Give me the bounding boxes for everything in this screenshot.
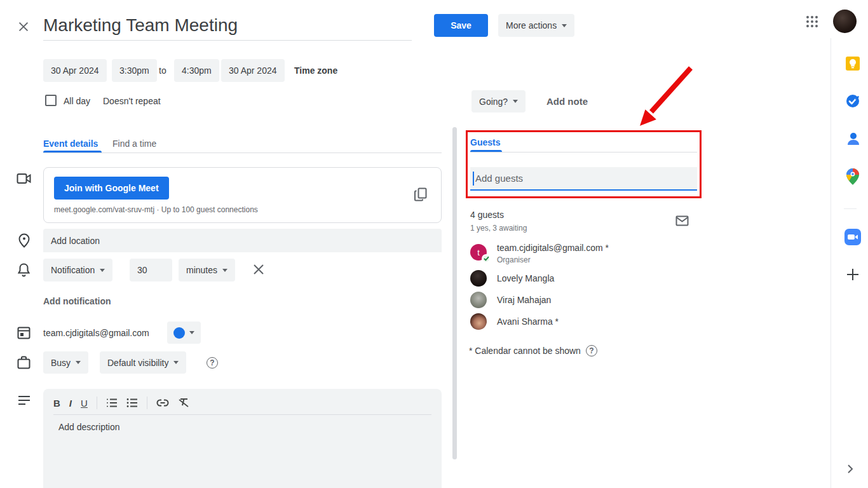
side-panel xyxy=(831,38,868,488)
description-lines-icon xyxy=(18,395,31,405)
keep-icon[interactable] xyxy=(845,56,860,71)
chevron-down-icon xyxy=(100,269,105,272)
tab-guests[interactable]: Guests xyxy=(470,137,500,147)
guest-avatar xyxy=(470,292,487,308)
notification-type-dropdown[interactable]: Notification xyxy=(43,259,112,281)
bulleted-list-icon[interactable] xyxy=(126,398,138,408)
insert-link-icon[interactable] xyxy=(156,399,169,407)
description-input[interactable]: Add description xyxy=(58,422,120,432)
contacts-icon[interactable] xyxy=(846,132,860,147)
toolbar-separator xyxy=(97,396,97,409)
join-meet-button[interactable]: Join with Google Meet xyxy=(54,177,169,200)
busy-dropdown[interactable]: Busy xyxy=(43,351,88,374)
accepted-check-icon xyxy=(482,254,491,263)
avatar[interactable] xyxy=(833,10,857,33)
chevron-down-icon xyxy=(513,100,518,103)
toolbar-divider xyxy=(53,414,431,415)
bold-button[interactable]: B xyxy=(53,398,60,409)
guest-rsvp-summary: 1 yes, 3 awaiting xyxy=(470,224,527,233)
underline-button[interactable]: U xyxy=(81,398,88,409)
guest-count: 4 guests xyxy=(470,210,504,220)
text-cursor xyxy=(473,172,474,186)
add-notification-button[interactable]: Add notification xyxy=(43,296,111,306)
going-dropdown[interactable]: Going? xyxy=(471,90,526,112)
chevron-down-icon xyxy=(222,269,227,272)
visibility-dropdown[interactable]: Default visibility xyxy=(100,351,186,374)
active-tab-underline xyxy=(43,151,102,152)
annotation-arrow xyxy=(627,58,703,135)
description-toolbar: B I U xyxy=(53,394,189,412)
apps-grid-icon[interactable] xyxy=(805,15,819,29)
add-guests-input[interactable]: Add guests xyxy=(470,167,697,191)
email-guests-icon[interactable] xyxy=(675,215,689,226)
toolbar-separator xyxy=(147,396,147,409)
title-underline xyxy=(43,40,412,41)
calendar-name: team.cjdigitals@gmail.com xyxy=(43,328,149,338)
repeat-dropdown[interactable]: Doesn't repeat xyxy=(103,96,161,106)
location-placeholder: Add location xyxy=(51,236,100,246)
maps-icon[interactable] xyxy=(846,168,859,185)
end-date-chip[interactable]: 30 Apr 2024 xyxy=(221,59,285,82)
briefcase-icon xyxy=(17,356,31,369)
hide-panel-chevron-icon[interactable] xyxy=(847,464,853,474)
clear-formatting-icon[interactable] xyxy=(178,398,189,408)
italic-button[interactable]: I xyxy=(69,398,72,409)
meet-section: Join with Google Meet meet.google.com/va… xyxy=(43,167,442,223)
guest-role: Organiser xyxy=(497,255,531,264)
add-guests-placeholder: Add guests xyxy=(475,173,523,184)
to-label: to xyxy=(159,65,166,76)
visibility-help-icon[interactable]: ? xyxy=(207,356,218,369)
location-pin-icon xyxy=(18,233,30,248)
tabs-divider xyxy=(43,152,442,153)
guest-name: team.cjdigitals@gmail.com * xyxy=(497,243,609,253)
event-color-swatch xyxy=(173,327,185,339)
start-date-chip[interactable]: 30 Apr 2024 xyxy=(43,59,107,82)
event-color-dropdown[interactable] xyxy=(167,322,201,344)
chevron-down-icon xyxy=(562,24,567,27)
tasks-icon[interactable] xyxy=(845,93,860,109)
start-time-chip[interactable]: 3:30pm xyxy=(112,59,157,82)
bell-icon xyxy=(18,262,30,277)
notification-value-input[interactable]: 30 xyxy=(130,259,172,281)
remove-notification-icon[interactable] xyxy=(253,264,264,275)
all-day-label: All day xyxy=(64,96,90,106)
tab-find-a-time[interactable]: Find a time xyxy=(112,139,156,149)
meet-link-info: meet.google.com/vat-sruv-mtj · Up to 100… xyxy=(54,205,258,214)
add-addon-icon[interactable] xyxy=(846,268,860,281)
footnote-help-icon[interactable]: ? xyxy=(586,345,597,356)
timezone-button[interactable]: Time zone xyxy=(294,65,337,76)
tab-event-details[interactable]: Event details xyxy=(43,139,98,149)
description-section: B I U Add description xyxy=(43,389,442,488)
sidebar-divider xyxy=(844,208,857,209)
numbered-list-icon[interactable] xyxy=(106,398,118,408)
calendar-icon xyxy=(17,325,31,339)
add-note-button[interactable]: Add note xyxy=(546,96,588,107)
chevron-down-icon xyxy=(173,361,179,364)
guests-active-tab-underline xyxy=(470,150,502,152)
more-actions-label: More actions xyxy=(506,20,557,30)
videocam-icon xyxy=(17,172,32,185)
all-day-checkbox[interactable] xyxy=(45,95,57,106)
location-input[interactable]: Add location xyxy=(43,229,442,252)
save-button[interactable]: Save xyxy=(434,14,488,37)
close-icon[interactable] xyxy=(17,20,31,34)
guest-name: Lovely Mangla xyxy=(497,273,554,283)
zoom-icon[interactable] xyxy=(844,229,861,245)
end-time-chip[interactable]: 4:30pm xyxy=(174,59,219,82)
vertical-scrollbar[interactable] xyxy=(452,127,457,459)
guests-tabs-divider xyxy=(470,152,697,152)
guest-avatar xyxy=(470,313,487,330)
chevron-down-icon xyxy=(189,331,194,334)
guest-name: Viraj Mahajan xyxy=(497,295,551,305)
event-title-input[interactable]: Marketing Team Meeting xyxy=(43,15,238,36)
more-actions-button[interactable]: More actions xyxy=(498,14,574,37)
notification-unit-dropdown[interactable]: minutes xyxy=(179,259,235,281)
calendar-footnote: * Calendar cannot be shown ? xyxy=(469,345,597,356)
copy-icon[interactable] xyxy=(414,187,427,201)
chevron-down-icon xyxy=(76,361,81,364)
guest-name: Avani Sharma * xyxy=(497,316,559,327)
guest-avatar xyxy=(470,270,487,287)
